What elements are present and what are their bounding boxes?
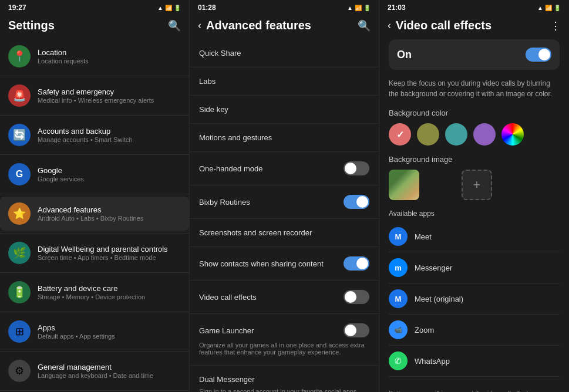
video-call-toggle[interactable] [344,290,369,304]
vcall-header: ‹ Video call effects ⋮ [379,14,569,39]
back-icon-2[interactable]: ‹ [198,19,201,32]
adv-item-dual-messenger[interactable]: Dual Messenger Sign in to a second accou… [190,366,379,392]
settings-item-apps[interactable]: ⊞ Apps Default apps • App settings [0,315,189,349]
header-left-2: ‹ Advanced features [198,19,311,32]
app-item-meet-original[interactable]: M Meet (original) [389,283,560,315]
one-handed-label: One-handed mode [199,164,262,173]
more-icon-3[interactable]: ⋮ [550,19,561,32]
settings-item-wellbeing[interactable]: 🌿 Digital Wellbeing and parental control… [0,236,189,270]
status-bar-3: 21:03 ▲ 📶 🔋 [379,0,569,14]
settings-item-general[interactable]: ⚙ General management Language and keyboa… [0,354,189,388]
color-teal[interactable] [445,123,467,146]
location-icon-wrap: 📍 [8,45,31,67]
one-handed-toggle[interactable] [344,161,369,175]
battery-care-icon: 🔋 [13,286,26,299]
status-time-2: 01:28 [198,4,216,12]
battery-care-icon-wrap: 🔋 [8,281,31,303]
game-launcher-toggle[interactable] [344,323,369,337]
location-title: Location [38,48,181,57]
status-icons-3: ▲ 📶 🔋 [537,5,561,11]
search-icon-2[interactable]: 🔍 [358,19,371,32]
accounts-subtitle: Manage accounts • Smart Switch [38,136,181,143]
search-icon[interactable]: 🔍 [168,19,181,32]
advanced-list: Quick Share Labs Side key Motions and ge… [190,39,379,392]
apps-title: Apps [38,323,181,332]
adv-item-labs[interactable]: Labs [190,67,379,96]
wifi-icon: ▲ [157,5,163,11]
battery-title: Battery and device care [38,284,181,293]
adv-item-screenshots[interactable]: Screenshots and screen recorder [190,219,379,247]
show-contacts-toggle[interactable] [344,256,369,271]
image-mountain[interactable] [425,170,456,200]
on-label: On [397,49,412,61]
app-item-whatsapp[interactable]: ✆ WhatsApp [389,346,560,377]
settings-item-location[interactable]: 📍 Location Location requests [0,39,189,73]
color-pink[interactable]: ✓ [389,123,411,146]
settings-title: Settings [8,19,55,32]
color-rainbow[interactable] [501,123,524,146]
adv-item-quick-share[interactable]: Quick Share [190,39,379,67]
advanced-header: ‹ Advanced features 🔍 [190,14,379,39]
zoom-name: Zoom [415,326,434,334]
apps-icon-wrap: ⊞ [8,320,31,343]
settings-panel: 19:27 ▲ 📶 🔋 Settings 🔍 📍 Location Locati… [0,0,190,392]
show-contacts-toggle-knob [356,258,368,269]
vcall-title: Video call effects [396,19,491,32]
battery-icon: 🔋 [174,5,181,11]
settings-item-advanced[interactable]: ⭐ Advanced features Android Auto • Labs … [0,197,189,231]
wifi-icon-3: ▲ [537,5,543,11]
google-text: Google Google services [38,166,181,183]
game-launcher-toggle-knob [345,325,356,336]
app-item-messenger[interactable]: m Messenger [389,252,560,283]
image-add-button[interactable]: + [462,170,492,200]
app-item-meet[interactable]: M Meet [389,221,560,252]
quick-share-label: Quick Share [199,49,241,58]
settings-item-accounts[interactable]: 🔄 Accounts and backup Manage accounts • … [0,118,189,152]
image-beach[interactable] [389,170,419,200]
advanced-title-header: Advanced features [206,19,311,32]
google-icon-wrap: G [8,163,31,185]
accounts-text: Accounts and backup Manage accounts • Sm… [38,127,181,143]
apps-text: Apps Default apps • App settings [38,323,181,340]
adv-item-video-call[interactable]: Video call effects [190,281,379,314]
available-apps-title: Available apps [389,209,560,218]
back-icon-3[interactable]: ‹ [388,19,391,32]
on-toggle[interactable] [526,48,551,62]
color-row: ✓ [389,123,560,146]
wellbeing-subtitle: Screen time • App timers • Bedtime mode [38,254,181,261]
adv-item-game-launcher[interactable]: Game Launcher Organize all your games al… [190,314,379,366]
color-check-pink: ✓ [396,129,404,140]
motions-label: Motions and gestures [199,133,272,142]
side-key-label: Side key [199,105,228,114]
settings-item-google[interactable]: G Google Google services [0,157,189,191]
battery-text: Battery and device care Storage • Memory… [38,284,181,300]
battery-icon-3: 🔋 [554,5,561,11]
app-item-zoom[interactable]: 📹 Zoom [389,315,560,346]
advanced-features-panel: 01:28 ▲ 📶 🔋 ‹ Advanced features 🔍 Quick … [190,0,379,392]
settings-item-safety[interactable]: 🚨 Safety and emergency Medical info • Wi… [0,79,189,113]
meet-original-icon-wrap: M [389,289,408,308]
settings-item-battery[interactable]: 🔋 Battery and device care Storage • Memo… [0,275,189,309]
divider-5 [0,233,189,234]
general-subtitle: Language and keyboard • Date and time [38,372,181,379]
adv-item-one-handed[interactable]: One-handed mode [190,152,379,185]
game-launcher-label: Game Launcher [199,326,254,335]
adv-item-bixby[interactable]: Bixby Routines [190,185,379,219]
divider-4 [0,194,189,194]
video-call-label: Video call effects [199,293,257,302]
divider-2 [0,115,189,116]
safety-text: Safety and emergency Medical info • Wire… [38,87,181,104]
adv-item-motions[interactable]: Motions and gestures [190,124,379,152]
status-bar-1: 19:27 ▲ 📶 🔋 [0,0,189,14]
adv-item-show-contacts[interactable]: Show contacts when sharing content [190,247,379,281]
apps-subtitle: Default apps • App settings [38,333,181,340]
meet-name: Meet [415,232,432,241]
dual-messenger-label: Dual Messenger [199,375,255,384]
color-olive[interactable] [417,123,439,146]
status-time-3: 21:03 [388,4,406,12]
bixby-toggle[interactable] [344,195,369,209]
status-bar-2: 01:28 ▲ 📶 🔋 [190,0,379,14]
location-subtitle: Location requests [38,58,181,65]
adv-item-side-key[interactable]: Side key [190,96,379,124]
color-purple[interactable] [473,123,496,146]
